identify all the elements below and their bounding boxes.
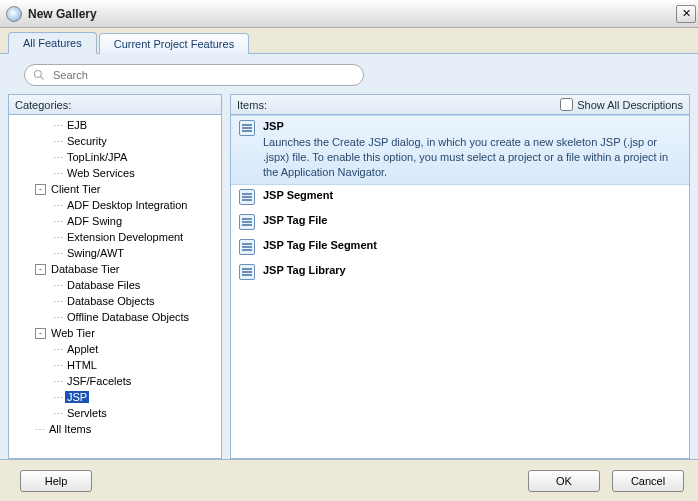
close-button[interactable]: ✕: [676, 5, 696, 23]
tree-label[interactable]: Extension Development: [65, 231, 185, 243]
tree-label[interactable]: JSP: [65, 391, 89, 403]
tree-label[interactable]: Database Objects: [65, 295, 156, 307]
list-item[interactable]: JSP Tag File Segment: [231, 235, 689, 260]
tree-connector-icon: ⋯: [53, 136, 62, 147]
tree-node[interactable]: ⋯Swing/AWT: [9, 245, 221, 261]
tree-label[interactable]: Applet: [65, 343, 100, 355]
tree-connector-icon: ⋯: [53, 360, 62, 371]
tree-node[interactable]: -Web Tier: [9, 325, 221, 341]
tree-node[interactable]: -Client Tier: [9, 181, 221, 197]
show-all-checkbox[interactable]: [560, 98, 573, 111]
tree-node[interactable]: ⋯Database Objects: [9, 293, 221, 309]
tree-connector-icon: ⋯: [53, 344, 62, 355]
tab-current-project-features[interactable]: Current Project Features: [99, 33, 249, 54]
tree-node[interactable]: ⋯Security: [9, 133, 221, 149]
tree-connector-icon: ⋯: [35, 424, 44, 435]
categories-label: Categories:: [15, 99, 71, 111]
tree-node[interactable]: ⋯Extension Development: [9, 229, 221, 245]
app-icon: [6, 6, 22, 22]
tree-node[interactable]: -Database Tier: [9, 261, 221, 277]
tree-connector-icon: ⋯: [53, 408, 62, 419]
tree-label[interactable]: ADF Swing: [65, 215, 124, 227]
tree-connector-icon: ⋯: [53, 248, 62, 259]
search-row: [0, 54, 698, 94]
tree-label[interactable]: Client Tier: [49, 183, 103, 195]
list-item[interactable]: JSP Tag Library: [231, 260, 689, 285]
item-title: JSP Tag File Segment: [263, 239, 377, 251]
svg-line-1: [41, 77, 44, 80]
tree-label[interactable]: ADF Desktop Integration: [65, 199, 189, 211]
tab-all-features[interactable]: All Features: [8, 32, 97, 54]
tree-label[interactable]: Database Tier: [49, 263, 121, 275]
cancel-button[interactable]: Cancel: [612, 470, 684, 492]
tree-label[interactable]: All Items: [47, 423, 93, 435]
tree-label[interactable]: JSF/Facelets: [65, 375, 133, 387]
file-icon: [239, 239, 255, 255]
tree-label[interactable]: TopLink/JPA: [65, 151, 129, 163]
categories-header: Categories:: [9, 95, 221, 115]
search-input[interactable]: [51, 68, 355, 82]
tree-label[interactable]: Web Services: [65, 167, 137, 179]
tree-node[interactable]: ⋯Applet: [9, 341, 221, 357]
tree-node[interactable]: ⋯JSF/Facelets: [9, 373, 221, 389]
items-label: Items:: [237, 99, 267, 111]
tree-node[interactable]: ⋯All Items: [9, 421, 221, 437]
tree-connector-icon: ⋯: [53, 392, 62, 403]
titlebar: New Gallery ✕: [0, 0, 698, 28]
button-row: Help OK Cancel: [0, 460, 698, 492]
tree-connector-icon: ⋯: [53, 200, 62, 211]
tree-connector-icon: ⋯: [53, 280, 62, 291]
ok-button[interactable]: OK: [528, 470, 600, 492]
tree-label[interactable]: EJB: [65, 119, 89, 131]
tree-node[interactable]: ⋯TopLink/JPA: [9, 149, 221, 165]
tree-label[interactable]: Database Files: [65, 279, 142, 291]
tree-label[interactable]: Servlets: [65, 407, 109, 419]
tree-node[interactable]: ⋯Web Services: [9, 165, 221, 181]
categories-panel: Categories: ⋯EJB⋯Security⋯TopLink/JPA⋯We…: [8, 94, 222, 459]
collapse-icon[interactable]: -: [35, 184, 46, 195]
file-icon: [239, 189, 255, 205]
tree-connector-icon: ⋯: [53, 376, 62, 387]
show-all-label: Show All Descriptions: [577, 99, 683, 111]
search-box[interactable]: [24, 64, 364, 86]
tree-label[interactable]: Security: [65, 135, 109, 147]
tree-node[interactable]: ⋯Servlets: [9, 405, 221, 421]
tree-node[interactable]: ⋯HTML: [9, 357, 221, 373]
tree-node[interactable]: ⋯JSP: [9, 389, 221, 405]
collapse-icon[interactable]: -: [35, 264, 46, 275]
categories-tree[interactable]: ⋯EJB⋯Security⋯TopLink/JPA⋯Web Services-C…: [9, 115, 221, 458]
items-list[interactable]: JSPLaunches the Create JSP dialog, in wh…: [231, 115, 689, 458]
list-item[interactable]: JSP Tag File: [231, 210, 689, 235]
file-icon: [239, 214, 255, 230]
tree-connector-icon: ⋯: [53, 312, 62, 323]
tree-connector-icon: ⋯: [53, 216, 62, 227]
items-panel: Items: Show All Descriptions JSPLaunches…: [230, 94, 690, 459]
show-all-descriptions[interactable]: Show All Descriptions: [560, 98, 683, 111]
file-icon: [239, 120, 255, 136]
tree-node[interactable]: ⋯EJB: [9, 117, 221, 133]
tree-node[interactable]: ⋯ADF Swing: [9, 213, 221, 229]
tree-connector-icon: ⋯: [53, 296, 62, 307]
tree-node[interactable]: ⋯Offline Database Objects: [9, 309, 221, 325]
svg-point-0: [35, 71, 42, 78]
tree-label[interactable]: Offline Database Objects: [65, 311, 191, 323]
window-title: New Gallery: [28, 7, 676, 21]
tree-label[interactable]: Web Tier: [49, 327, 97, 339]
items-header: Items: Show All Descriptions: [231, 95, 689, 115]
panels: Categories: ⋯EJB⋯Security⋯TopLink/JPA⋯We…: [0, 94, 698, 460]
search-icon: [33, 69, 45, 81]
item-title: JSP Tag File: [263, 214, 327, 226]
tree-connector-icon: ⋯: [53, 152, 62, 163]
list-item[interactable]: JSP Segment: [231, 185, 689, 210]
tree-label[interactable]: HTML: [65, 359, 99, 371]
tree-node[interactable]: ⋯ADF Desktop Integration: [9, 197, 221, 213]
item-title: JSP: [263, 120, 681, 132]
help-button[interactable]: Help: [20, 470, 92, 492]
tree-label[interactable]: Swing/AWT: [65, 247, 126, 259]
list-item[interactable]: JSPLaunches the Create JSP dialog, in wh…: [231, 115, 689, 185]
tree-node[interactable]: ⋯Database Files: [9, 277, 221, 293]
collapse-icon[interactable]: -: [35, 328, 46, 339]
tree-connector-icon: ⋯: [53, 232, 62, 243]
tabstrip: All Features Current Project Features: [0, 28, 698, 54]
item-title: JSP Tag Library: [263, 264, 346, 276]
